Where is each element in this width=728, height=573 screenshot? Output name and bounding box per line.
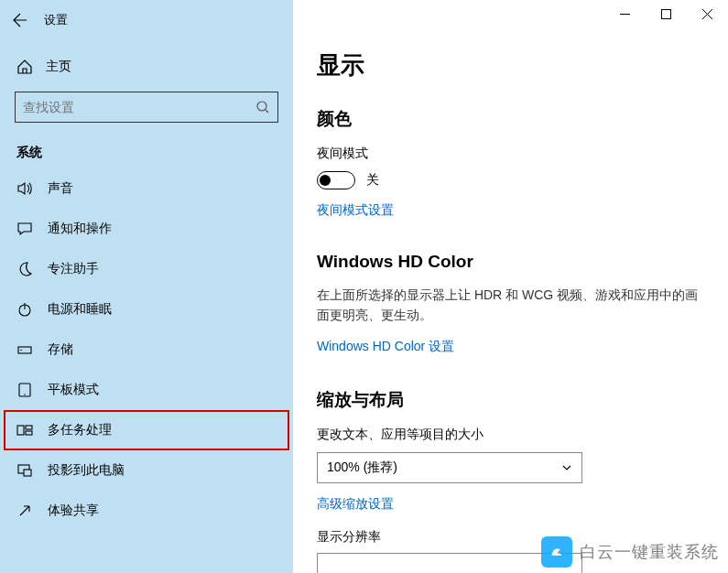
section-color-title: 颜色 [317, 107, 704, 131]
sidebar-item-project[interactable]: 投影到此电脑 [0, 450, 293, 491]
svg-rect-2 [18, 347, 31, 353]
advanced-scale-link[interactable]: 高级缩放设置 [317, 496, 704, 513]
svg-point-5 [24, 394, 25, 395]
nav-label: 声音 [48, 180, 73, 197]
svg-point-0 [257, 102, 266, 111]
svg-point-3 [20, 350, 22, 351]
toggle-knob [320, 175, 331, 186]
sidebar-item-multitasking[interactable]: 多任务处理 [4, 410, 289, 450]
hd-settings-link[interactable]: Windows HD Color 设置 [317, 339, 704, 355]
sidebar: 设置 主页 系统 声音 通知和操作 专注助手 [0, 0, 293, 573]
nav-label: 存储 [48, 341, 73, 358]
section-scale-title: 缩放与布局 [317, 388, 704, 412]
titlebar-left: 设置 [0, 5, 293, 35]
home-icon [16, 59, 33, 75]
svg-rect-6 [17, 426, 24, 435]
maximize-icon [661, 9, 671, 19]
nav-label: 平板模式 [48, 382, 99, 398]
night-light-toggle[interactable] [317, 171, 355, 189]
sidebar-item-storage[interactable]: 存储 [0, 330, 293, 370]
svg-rect-8 [26, 431, 32, 435]
close-icon [702, 9, 712, 19]
toggle-state-text: 关 [366, 172, 379, 189]
sidebar-item-shared[interactable]: 体验共享 [0, 491, 293, 531]
nav-label: 电源和睡眠 [48, 301, 112, 318]
nav-label: 通知和操作 [48, 221, 112, 237]
nav-label: 体验共享 [48, 503, 99, 519]
sidebar-item-sound[interactable]: 声音 [0, 168, 293, 209]
storage-icon [16, 341, 33, 358]
night-light-settings-link[interactable]: 夜间模式设置 [317, 202, 704, 219]
sidebar-item-power[interactable]: 电源和睡眠 [0, 289, 293, 330]
sidebar-item-focus-assist[interactable]: 专注助手 [0, 249, 293, 289]
close-button[interactable] [687, 0, 728, 27]
minimize-icon [620, 9, 630, 19]
item-size-dropdown[interactable]: 100% (推荐) [317, 452, 582, 483]
chevron-down-icon [561, 462, 572, 473]
watermark-logo-icon [541, 536, 572, 568]
maximize-button[interactable] [646, 0, 687, 27]
dropdown-value: 100% (推荐) [327, 459, 397, 476]
message-icon [16, 221, 33, 237]
sidebar-item-home[interactable]: 主页 [0, 51, 293, 82]
section-hd-title: Windows HD Color [317, 252, 704, 272]
svg-rect-7 [26, 426, 32, 429]
nav-label: 多任务处理 [48, 422, 112, 438]
tablet-icon [16, 382, 33, 398]
search-box[interactable] [15, 92, 278, 123]
nav-label: 专注助手 [48, 261, 99, 277]
speaker-icon [16, 180, 33, 197]
power-icon [16, 301, 33, 318]
back-button[interactable] [9, 9, 31, 31]
svg-rect-10 [24, 470, 31, 476]
minimize-button[interactable] [604, 0, 646, 27]
arrow-left-icon [13, 13, 27, 27]
home-label: 主页 [46, 59, 71, 75]
sidebar-item-tablet[interactable]: 平板模式 [0, 370, 293, 410]
sidebar-item-notifications[interactable]: 通知和操作 [0, 209, 293, 249]
page-title: 显示 [317, 49, 704, 81]
watermark: 白云一键重装系统 [541, 536, 719, 568]
item-size-label: 更改文本、应用等项目的大小 [317, 427, 704, 443]
search-icon [255, 100, 270, 114]
svg-rect-11 [662, 9, 671, 18]
nav-label: 投影到此电脑 [48, 462, 125, 479]
night-light-label: 夜间模式 [317, 146, 704, 162]
moon-icon [16, 261, 33, 277]
watermark-text: 白云一键重装系统 [580, 541, 719, 563]
hd-body-text: 在上面所选择的显示器上让 HDR 和 WCG 视频、游戏和应用中的画面更明亮、更… [317, 285, 701, 326]
window-controls [604, 0, 728, 27]
content-pane: 显示 颜色 夜间模式 关 夜间模式设置 Windows HD Color 在上面… [293, 0, 728, 573]
share-icon [16, 503, 33, 519]
sidebar-group-title: 系统 [0, 123, 293, 168]
project-icon [16, 462, 33, 479]
multitask-icon [16, 422, 33, 438]
search-input[interactable] [23, 100, 255, 114]
app-title: 设置 [44, 12, 68, 28]
